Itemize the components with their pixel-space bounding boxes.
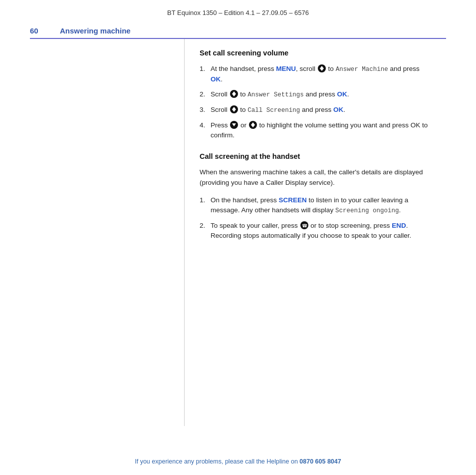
- call-screening-text: Call Screening: [247, 107, 300, 114]
- ok-keyword: OK: [333, 106, 343, 113]
- list-item: 1. On the handset, press SCREEN to liste…: [200, 195, 431, 216]
- ok-keyword: OK: [211, 75, 221, 83]
- scroll-icon: [249, 121, 257, 129]
- page-footer: If you experience any problems, please c…: [0, 458, 476, 465]
- scroll-icon: [318, 64, 326, 72]
- answer-settings-text: Answer Settings: [247, 91, 304, 98]
- list-item: 2. To speak to your caller, press or to …: [200, 221, 431, 241]
- set-call-screening-list: 1. At the handset, press MENU, scroll to…: [200, 64, 431, 140]
- phone-icon: [300, 221, 308, 229]
- page-header: BT Equinox 1350 – Edition 4.1 – 27.09.05…: [0, 0, 476, 21]
- right-column: Set call screening volume 1. At the hand…: [185, 39, 446, 426]
- list-item: 2. Scroll to Answer Settings and press O…: [200, 89, 431, 100]
- list-item: 3. Scroll to Call Screening and press OK…: [200, 105, 431, 115]
- section-title: Answering machine: [60, 26, 131, 35]
- page-number: 60: [30, 26, 60, 35]
- content-area: Set call screening volume 1. At the hand…: [30, 39, 446, 426]
- left-column: [30, 39, 185, 426]
- screen-keyword: SCREEN: [279, 196, 307, 204]
- call-screening-list: 1. On the handset, press SCREEN to liste…: [200, 195, 431, 241]
- scroll-icon: [230, 90, 238, 98]
- scroll-icon: [230, 105, 238, 113]
- menu-keyword: MENU: [276, 65, 296, 72]
- section-header: 60 Answering machine: [30, 26, 446, 39]
- screening-ongoing-text: Screening ongoing: [335, 207, 399, 214]
- list-item: 1. At the handset, press MENU, scroll to…: [200, 64, 431, 84]
- answer-machine-text: Answer Machine: [336, 66, 388, 73]
- ok-keyword: OK: [337, 90, 347, 98]
- footer-text: If you experience any problems, please c…: [135, 458, 299, 465]
- call-screening-title: Call screening at the handset: [200, 152, 431, 160]
- footer-phone: 0870 605 8047: [299, 458, 341, 465]
- list-item: 4. Press or to highlight the volume sett…: [200, 120, 431, 141]
- header-title: BT Equinox 1350 – Edition 4.1 – 27.09.05…: [167, 9, 309, 16]
- scroll-down-icon: [230, 121, 238, 129]
- set-call-screening-title: Set call screening volume: [200, 49, 431, 57]
- end-keyword: END: [392, 222, 406, 229]
- call-screening-intro: When the answering machine takes a call,…: [200, 167, 431, 188]
